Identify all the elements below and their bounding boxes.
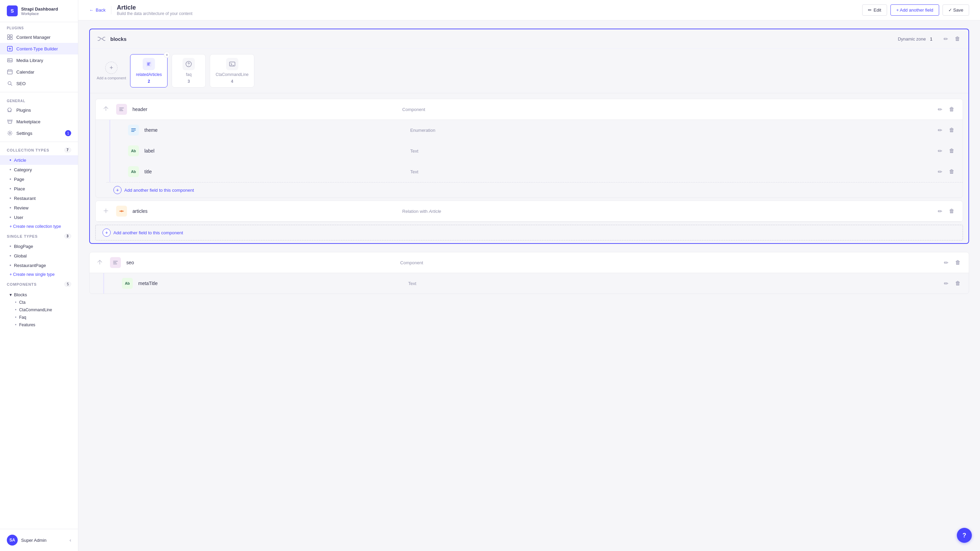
single-types-count: 3 (64, 234, 71, 239)
create-collection-type-link[interactable]: + Create new collection type (0, 222, 78, 231)
field-row-metatitle: Ab metaTitle Text ✏ 🗑 (103, 273, 969, 293)
title-delete-button[interactable]: 🗑 (948, 167, 956, 177)
sidebar-item-media-library[interactable]: Media Library (0, 54, 78, 66)
seo-type-badge (110, 257, 121, 268)
label-edit-button[interactable]: ✏ (936, 147, 943, 156)
sidebar-item-marketplace[interactable]: Marketplace (0, 116, 78, 127)
sidebar-logo: S Strapi Dashboard Workplace (0, 0, 78, 22)
theme-delete-button[interactable]: 🗑 (948, 126, 956, 135)
grid-icon (7, 34, 13, 40)
seo-subfields: Ab metaTitle Text ✏ 🗑 (89, 273, 969, 293)
settings-label: Settings (16, 131, 32, 136)
collection-type-restaurant[interactable]: Restaurant (0, 193, 78, 203)
component-group-blocks-header[interactable]: ▾ Blocks (10, 291, 71, 299)
dynamic-zone-field-type: Dynamic zone (898, 37, 926, 41)
collection-type-article[interactable]: Article (0, 155, 78, 165)
dynamic-zone-field-name: blocks (110, 36, 894, 42)
section-card-header: header Component ✏ 🗑 (95, 99, 963, 198)
dynamic-zone-delete-button[interactable]: 🗑 (953, 34, 962, 44)
metatitle-field-type: Text (408, 281, 937, 286)
connector-header-icon (102, 105, 109, 114)
collection-type-review[interactable]: Review (0, 203, 78, 212)
svg-rect-3 (10, 37, 12, 40)
metatitle-edit-button[interactable]: ✏ (943, 279, 950, 288)
single-type-restaurantpage[interactable]: RestaurantPage (0, 261, 78, 270)
sidebar-item-calendar[interactable]: Calendar (0, 66, 78, 78)
add-component-icon: + (105, 62, 118, 74)
component-card-ctacommandline[interactable]: CtaCommandLine 4 (210, 54, 255, 88)
add-field-to-header-button[interactable]: + Add another field to this component (107, 182, 963, 197)
edit-button[interactable]: ✏ Edit (862, 5, 887, 16)
plugins-icon (7, 107, 13, 113)
sidebar-item-plugins[interactable]: Plugins (0, 104, 78, 116)
app-subtitle: Workplace (21, 11, 58, 16)
title-edit-button[interactable]: ✏ (936, 167, 943, 177)
field-row-label: Ab label Text ✏ 🗑 (109, 141, 963, 161)
sidebar-item-content-type-builder[interactable]: Content-Type Builder (0, 43, 78, 54)
sidebar-item-settings[interactable]: Settings 1 (0, 127, 78, 139)
sidebar-collapse-button[interactable]: ‹ (70, 537, 71, 543)
metatitle-delete-button[interactable]: 🗑 (954, 279, 962, 288)
plugins-section-label: PLUGINS (0, 22, 78, 31)
component-card-faq[interactable]: faq 3 (172, 54, 206, 88)
sidebar-item-seo[interactable]: SEO (0, 78, 78, 89)
collection-type-category[interactable]: Category (0, 165, 78, 174)
back-label: Back (96, 8, 105, 13)
component-cta[interactable]: Cta (15, 299, 71, 306)
save-button[interactable]: ✓ Save (943, 5, 969, 16)
collection-type-page[interactable]: Page (0, 174, 78, 184)
header-field-type: Component (402, 107, 931, 112)
header-delete-button[interactable]: 🗑 (948, 105, 956, 114)
component-ctacommandline-label: CtaCommandLine (216, 72, 248, 77)
dynamic-zone-edit-button[interactable]: ✏ (942, 34, 949, 44)
single-type-blogpage[interactable]: BlogPage (0, 242, 78, 251)
components-header: COMPONENTS 5 (0, 279, 78, 290)
label-delete-button[interactable]: 🗑 (948, 147, 956, 156)
seo-delete-button[interactable]: 🗑 (954, 258, 962, 268)
add-component-button[interactable]: + Add a component (97, 62, 126, 80)
add-field-to-component-section: + Add another field to this component (90, 225, 969, 243)
user-name: Super Admin (21, 538, 46, 543)
component-group-label: Blocks (14, 292, 27, 297)
topbar-divider (111, 6, 111, 14)
seo-edit-button[interactable]: ✏ (943, 258, 950, 268)
svg-rect-0 (8, 35, 10, 37)
svg-rect-2 (8, 37, 10, 40)
single-types-header: SINGLE TYPES 3 (0, 231, 78, 242)
title-field-name: title (145, 169, 405, 174)
sidebar-item-content-manager[interactable]: Content Manager (0, 31, 78, 43)
label-type-badge: Ab (128, 145, 139, 156)
theme-edit-button[interactable]: ✏ (936, 126, 943, 135)
add-field-to-component-label: Add another field to this component (113, 230, 183, 235)
add-field-button[interactable]: + Add another field (891, 5, 939, 16)
articles-delete-button[interactable]: 🗑 (948, 207, 956, 216)
avatar: SA (7, 535, 18, 546)
header-edit-button[interactable]: ✏ (936, 105, 943, 114)
section-card-seo: seo Component ✏ 🗑 Ab metaTitle Text (89, 252, 969, 294)
connector-articles-icon (102, 207, 109, 215)
collection-type-user[interactable]: User (0, 212, 78, 222)
collection-types-header: COLLECTION TYPES 7 (0, 145, 78, 155)
metatitle-field-actions: ✏ 🗑 (943, 279, 962, 288)
help-button[interactable]: ? (957, 528, 972, 543)
svg-point-6 (9, 60, 10, 60)
back-button[interactable]: ← Back (89, 8, 105, 13)
articles-edit-button[interactable]: ✏ (936, 207, 943, 216)
seo-label: SEO (16, 81, 25, 86)
section-card-articles: articles Relation with Article ✏ 🗑 (95, 201, 963, 222)
component-close-button[interactable]: × (164, 52, 170, 58)
add-field-to-component-button[interactable]: + Add another field to this component (95, 225, 963, 240)
page-title: Article (117, 4, 857, 11)
title-field-type: Text (410, 169, 931, 174)
topbar-title-section: Article Build the data architecture of y… (117, 4, 857, 16)
field-row-title: Ab title Text ✏ 🗑 (109, 161, 963, 182)
single-type-global[interactable]: Global (0, 251, 78, 261)
component-card-relatedarticles[interactable]: × relatedArticles 2 (130, 54, 167, 88)
create-single-type-link[interactable]: + Create new single type (0, 270, 78, 279)
plugins-label: Plugins (16, 108, 31, 113)
component-ctacommandline[interactable]: CtaCommandLine (15, 306, 71, 314)
topbar: ← Back Article Build the data architectu… (78, 0, 980, 21)
component-features[interactable]: Features (15, 321, 71, 329)
collection-type-place[interactable]: Place (0, 184, 78, 193)
component-faq[interactable]: Faq (15, 314, 71, 321)
